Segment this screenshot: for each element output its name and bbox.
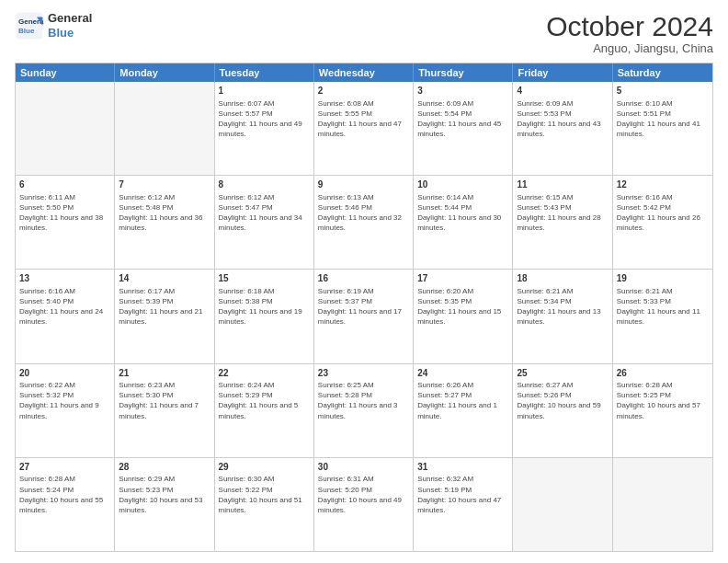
calendar: SundayMondayTuesdayWednesdayThursdayFrid… — [15, 63, 713, 552]
day-number: 20 — [19, 367, 110, 380]
logo-text-line2: Blue — [48, 26, 92, 40]
day-number: 14 — [119, 272, 210, 285]
weekday-header-tuesday: Tuesday — [215, 63, 314, 82]
day-number: 2 — [318, 85, 409, 98]
page-header: General Blue General Blue October 2024 A… — [15, 11, 713, 55]
day-number: 15 — [219, 272, 310, 285]
calendar-cell: 19Sunrise: 6:21 AMSunset: 5:33 PMDayligh… — [613, 270, 712, 362]
calendar-cell: 28Sunrise: 6:29 AMSunset: 5:23 PMDayligh… — [115, 458, 214, 551]
cell-details: Sunrise: 6:31 AMSunset: 5:20 PMDaylight:… — [318, 474, 409, 515]
cell-details: Sunrise: 6:08 AMSunset: 5:55 PMDaylight:… — [318, 98, 409, 140]
cell-details: Sunrise: 6:09 AMSunset: 5:53 PMDaylight:… — [517, 98, 608, 140]
title-block: October 2024 Anguo, Jiangsu, China — [546, 11, 713, 55]
day-number: 8 — [219, 178, 310, 191]
day-number: 16 — [318, 272, 409, 285]
calendar-cell: 7Sunrise: 6:12 AMSunset: 5:48 PMDaylight… — [115, 176, 214, 269]
calendar-row-1: 6Sunrise: 6:11 AMSunset: 5:50 PMDaylight… — [16, 175, 712, 269]
day-number: 6 — [19, 178, 110, 191]
day-number: 25 — [517, 367, 608, 380]
calendar-cell: 11Sunrise: 6:15 AMSunset: 5:43 PMDayligh… — [513, 176, 612, 269]
cell-details: Sunrise: 6:09 AMSunset: 5:54 PMDaylight:… — [417, 98, 508, 140]
calendar-cell — [115, 82, 214, 175]
day-number: 10 — [417, 178, 508, 191]
calendar-row-3: 20Sunrise: 6:22 AMSunset: 5:32 PMDayligh… — [16, 363, 712, 457]
calendar-cell: 5Sunrise: 6:10 AMSunset: 5:51 PMDaylight… — [613, 82, 712, 175]
calendar-row-2: 13Sunrise: 6:16 AMSunset: 5:40 PMDayligh… — [16, 269, 712, 362]
weekday-header-wednesday: Wednesday — [314, 63, 414, 82]
day-number: 21 — [119, 367, 210, 380]
cell-details: Sunrise: 6:20 AMSunset: 5:35 PMDaylight:… — [417, 286, 508, 327]
day-number: 18 — [517, 272, 608, 285]
day-number: 1 — [219, 85, 310, 98]
cell-details: Sunrise: 6:22 AMSunset: 5:32 PMDaylight:… — [19, 380, 110, 421]
calendar-cell: 18Sunrise: 6:21 AMSunset: 5:34 PMDayligh… — [513, 270, 612, 362]
calendar-page: General Blue General Blue October 2024 A… — [0, 0, 728, 563]
day-number: 5 — [617, 85, 709, 98]
calendar-cell — [16, 82, 115, 175]
calendar-cell: 29Sunrise: 6:30 AMSunset: 5:22 PMDayligh… — [215, 458, 314, 551]
calendar-cell: 30Sunrise: 6:31 AMSunset: 5:20 PMDayligh… — [314, 458, 414, 551]
day-number: 27 — [19, 461, 110, 474]
weekday-header-thursday: Thursday — [414, 63, 513, 82]
cell-details: Sunrise: 6:15 AMSunset: 5:43 PMDaylight:… — [517, 192, 608, 234]
cell-details: Sunrise: 6:13 AMSunset: 5:46 PMDaylight:… — [318, 192, 409, 234]
calendar-cell: 23Sunrise: 6:25 AMSunset: 5:28 PMDayligh… — [314, 364, 414, 457]
logo: General Blue General Blue — [15, 11, 92, 40]
day-number: 24 — [417, 367, 508, 380]
calendar-cell: 21Sunrise: 6:23 AMSunset: 5:30 PMDayligh… — [115, 364, 214, 457]
calendar-cell: 17Sunrise: 6:20 AMSunset: 5:35 PMDayligh… — [414, 270, 513, 362]
calendar-cell: 15Sunrise: 6:18 AMSunset: 5:38 PMDayligh… — [215, 270, 314, 362]
cell-details: Sunrise: 6:29 AMSunset: 5:23 PMDaylight:… — [119, 474, 210, 515]
svg-text:Blue: Blue — [18, 27, 35, 35]
cell-details: Sunrise: 6:10 AMSunset: 5:51 PMDaylight:… — [617, 98, 709, 140]
cell-details: Sunrise: 6:16 AMSunset: 5:40 PMDaylight:… — [19, 286, 110, 327]
calendar-header: SundayMondayTuesdayWednesdayThursdayFrid… — [16, 63, 712, 82]
logo-text-line1: General — [48, 11, 92, 26]
calendar-row-4: 27Sunrise: 6:28 AMSunset: 5:24 PMDayligh… — [16, 457, 712, 551]
day-number: 4 — [517, 85, 608, 98]
cell-details: Sunrise: 6:23 AMSunset: 5:30 PMDaylight:… — [119, 380, 210, 421]
calendar-cell — [613, 458, 712, 551]
logo-icon: General Blue — [15, 11, 44, 40]
cell-details: Sunrise: 6:07 AMSunset: 5:57 PMDaylight:… — [219, 98, 310, 140]
calendar-cell: 26Sunrise: 6:28 AMSunset: 5:25 PMDayligh… — [613, 364, 712, 457]
day-number: 7 — [119, 178, 210, 191]
cell-details: Sunrise: 6:25 AMSunset: 5:28 PMDaylight:… — [318, 380, 409, 421]
day-number: 22 — [219, 367, 310, 380]
day-number: 17 — [417, 272, 508, 285]
calendar-cell: 25Sunrise: 6:27 AMSunset: 5:26 PMDayligh… — [513, 364, 612, 457]
calendar-cell: 22Sunrise: 6:24 AMSunset: 5:29 PMDayligh… — [215, 364, 314, 457]
day-number: 26 — [617, 367, 709, 380]
calendar-cell: 9Sunrise: 6:13 AMSunset: 5:46 PMDaylight… — [314, 176, 414, 269]
cell-details: Sunrise: 6:16 AMSunset: 5:42 PMDaylight:… — [617, 192, 709, 234]
cell-details: Sunrise: 6:18 AMSunset: 5:38 PMDaylight:… — [219, 286, 310, 327]
cell-details: Sunrise: 6:26 AMSunset: 5:27 PMDaylight:… — [417, 380, 508, 421]
weekday-header-friday: Friday — [513, 63, 612, 82]
calendar-body: 1Sunrise: 6:07 AMSunset: 5:57 PMDaylight… — [16, 82, 712, 551]
weekday-header-sunday: Sunday — [16, 63, 115, 82]
location: Anguo, Jiangsu, China — [546, 41, 713, 55]
calendar-cell: 8Sunrise: 6:12 AMSunset: 5:47 PMDaylight… — [215, 176, 314, 269]
calendar-row-0: 1Sunrise: 6:07 AMSunset: 5:57 PMDaylight… — [16, 82, 712, 175]
day-number: 23 — [318, 367, 409, 380]
day-number: 3 — [417, 85, 508, 98]
day-number: 31 — [417, 461, 508, 474]
cell-details: Sunrise: 6:32 AMSunset: 5:19 PMDaylight:… — [417, 474, 508, 515]
day-number: 13 — [19, 272, 110, 285]
calendar-cell: 1Sunrise: 6:07 AMSunset: 5:57 PMDaylight… — [215, 82, 314, 175]
cell-details: Sunrise: 6:24 AMSunset: 5:29 PMDaylight:… — [219, 380, 310, 421]
cell-details: Sunrise: 6:21 AMSunset: 5:34 PMDaylight:… — [517, 286, 608, 327]
calendar-cell: 3Sunrise: 6:09 AMSunset: 5:54 PMDaylight… — [414, 82, 513, 175]
cell-details: Sunrise: 6:11 AMSunset: 5:50 PMDaylight:… — [19, 192, 110, 234]
calendar-cell: 20Sunrise: 6:22 AMSunset: 5:32 PMDayligh… — [16, 364, 115, 457]
calendar-cell — [513, 458, 612, 551]
day-number: 28 — [119, 461, 210, 474]
cell-details: Sunrise: 6:21 AMSunset: 5:33 PMDaylight:… — [617, 286, 709, 327]
day-number: 9 — [318, 178, 409, 191]
cell-details: Sunrise: 6:12 AMSunset: 5:48 PMDaylight:… — [119, 192, 210, 234]
cell-details: Sunrise: 6:28 AMSunset: 5:24 PMDaylight:… — [19, 474, 110, 515]
cell-details: Sunrise: 6:28 AMSunset: 5:25 PMDaylight:… — [617, 380, 709, 421]
calendar-cell: 16Sunrise: 6:19 AMSunset: 5:37 PMDayligh… — [314, 270, 414, 362]
calendar-cell: 27Sunrise: 6:28 AMSunset: 5:24 PMDayligh… — [16, 458, 115, 551]
cell-details: Sunrise: 6:12 AMSunset: 5:47 PMDaylight:… — [219, 192, 310, 234]
